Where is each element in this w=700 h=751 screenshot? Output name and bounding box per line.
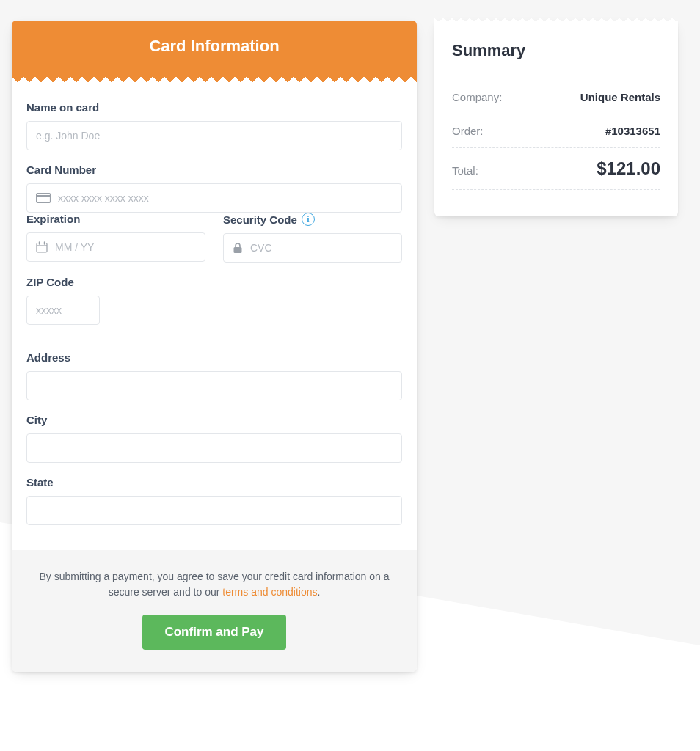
calendar-icon <box>36 241 48 253</box>
address-label: Address <box>26 351 402 364</box>
summary-total-row: Total: $121.00 <box>452 148 660 190</box>
summary-panel: Summary Company: Unique Rentals Order: #… <box>434 21 678 216</box>
svg-rect-0 <box>37 194 51 203</box>
svg-rect-2 <box>37 243 47 253</box>
state-label: State <box>26 476 402 488</box>
security-code-label-text: Security Code <box>223 213 297 226</box>
address-input[interactable] <box>26 371 402 400</box>
disclaimer-post: . <box>317 586 320 598</box>
zip-code-label: ZIP Code <box>26 276 402 288</box>
header-zigzag <box>12 73 417 82</box>
disclaimer-pre: By submitting a payment, you agree to sa… <box>39 571 389 598</box>
summary-total-label: Total: <box>452 164 478 177</box>
lock-icon <box>233 242 243 254</box>
summary-company-row: Company: Unique Rentals <box>452 81 660 114</box>
info-icon[interactable]: i <box>302 213 315 226</box>
card-form-heading: Card Information <box>12 21 417 73</box>
credit-card-icon <box>36 193 51 203</box>
expiration-label: Expiration <box>26 213 205 225</box>
summary-order-row: Order: #10313651 <box>452 114 660 148</box>
expiration-input[interactable] <box>55 233 196 261</box>
city-label: City <box>26 414 402 426</box>
state-input[interactable] <box>26 496 402 525</box>
terms-link[interactable]: terms and conditions <box>222 586 317 598</box>
svg-rect-1 <box>36 195 51 197</box>
svg-rect-6 <box>234 247 242 253</box>
summary-order-value: #10313651 <box>605 125 660 137</box>
card-number-label: Card Number <box>26 164 402 176</box>
security-code-input[interactable] <box>250 234 393 262</box>
card-number-input[interactable] <box>58 184 393 212</box>
summary-heading: Summary <box>452 41 660 60</box>
summary-company-value: Unique Rentals <box>580 91 660 103</box>
security-code-label: Security Code i <box>223 213 402 226</box>
card-form-panel: Card Information Name on card Card Numbe… <box>12 21 417 672</box>
card-number-field[interactable] <box>26 183 402 213</box>
summary-total-value: $121.00 <box>597 158 660 179</box>
name-on-card-input[interactable] <box>26 121 402 150</box>
name-on-card-label: Name on card <box>26 101 402 114</box>
summary-company-label: Company: <box>452 91 502 103</box>
summary-order-label: Order: <box>452 125 484 137</box>
disclaimer-text: By submitting a payment, you agree to sa… <box>29 569 399 600</box>
confirm-and-pay-button[interactable]: Confirm and Pay <box>142 615 285 650</box>
city-input[interactable] <box>26 433 402 463</box>
zip-code-input[interactable] <box>26 296 100 325</box>
form-footer: By submitting a payment, you agree to sa… <box>12 550 417 672</box>
expiration-field[interactable] <box>26 232 205 262</box>
security-code-field[interactable] <box>223 233 402 263</box>
